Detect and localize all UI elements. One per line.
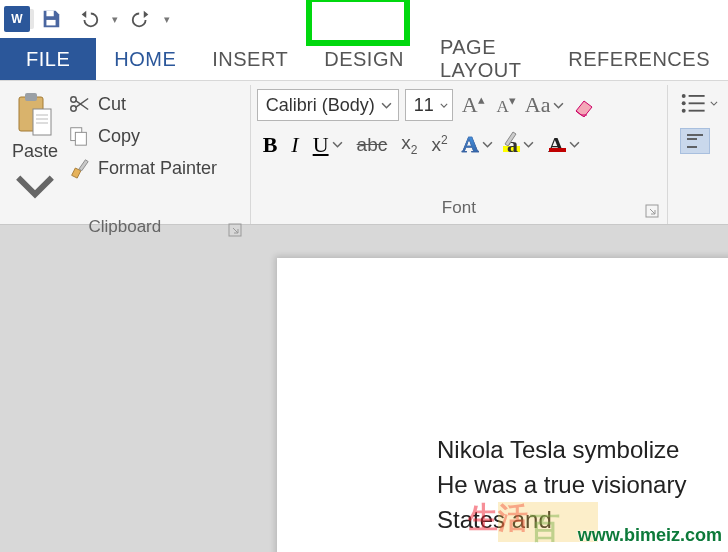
format-painter-label: Format Painter bbox=[98, 158, 217, 179]
qat-customize[interactable]: ▾ bbox=[162, 13, 172, 26]
copy-icon bbox=[68, 125, 90, 147]
cut-button[interactable]: Cut bbox=[68, 91, 217, 117]
qat-separator: ▾ bbox=[110, 13, 120, 26]
dialog-launcher-icon[interactable] bbox=[645, 204, 659, 218]
bold-button[interactable]: B bbox=[263, 132, 278, 158]
tab-page-layout[interactable]: PAGE LAYOUT bbox=[422, 38, 550, 80]
bullets-button[interactable] bbox=[680, 91, 718, 116]
font-color-icon: A bbox=[548, 132, 566, 158]
chevron-down-icon bbox=[440, 100, 448, 111]
chevron-down-icon bbox=[482, 139, 493, 150]
save-button[interactable] bbox=[34, 4, 68, 34]
scissors-icon bbox=[68, 93, 90, 115]
svg-rect-0 bbox=[46, 11, 53, 17]
eraser-icon bbox=[573, 93, 597, 117]
strikethrough-button[interactable]: abc bbox=[357, 134, 388, 156]
document-page[interactable]: Nikola Tesla symbolize He was a true vis… bbox=[277, 258, 728, 552]
save-icon bbox=[40, 8, 62, 30]
font-name-combo[interactable]: Calibri (Body) bbox=[257, 89, 399, 121]
svg-point-18 bbox=[682, 109, 686, 113]
copy-button[interactable]: Copy bbox=[68, 123, 217, 149]
italic-button[interactable]: I bbox=[291, 132, 298, 158]
clear-formatting-button[interactable] bbox=[570, 93, 600, 117]
group-paragraph bbox=[668, 85, 728, 224]
svg-point-14 bbox=[682, 94, 686, 98]
chevron-down-icon bbox=[523, 139, 534, 150]
group-font: Calibri (Body) 11 A▴ A▾ Aa bbox=[251, 85, 668, 224]
paste-label: Paste bbox=[12, 141, 58, 162]
format-painter-button[interactable]: Format Painter bbox=[68, 155, 217, 181]
redo-button[interactable] bbox=[124, 4, 158, 34]
svg-rect-3 bbox=[25, 93, 37, 101]
grow-font-icon: A▴ bbox=[462, 92, 485, 118]
tab-home[interactable]: HOME bbox=[96, 38, 194, 80]
align-left-button[interactable] bbox=[680, 128, 710, 154]
subscript-button[interactable]: x2 bbox=[401, 132, 417, 157]
tab-file[interactable]: FILE bbox=[0, 38, 96, 80]
ribbon-tabbar: FILE HOME INSERT DESIGN PAGE LAYOUT REFE… bbox=[0, 38, 728, 80]
quick-access-toolbar: W ▾ ▾ bbox=[0, 0, 728, 38]
highlight-color-button[interactable]: a bbox=[507, 132, 534, 158]
grow-font-button[interactable]: A▴ bbox=[459, 92, 488, 118]
text-effects-button[interactable]: A bbox=[462, 131, 493, 158]
undo-button[interactable] bbox=[72, 4, 106, 34]
tab-design[interactable]: DESIGN bbox=[306, 38, 422, 80]
copy-label: Copy bbox=[98, 126, 140, 147]
undo-icon bbox=[78, 8, 100, 30]
dialog-launcher-icon[interactable] bbox=[228, 223, 242, 237]
font-size-combo[interactable]: 11 bbox=[405, 89, 453, 121]
redo-icon bbox=[130, 8, 152, 30]
text-effects-icon: A bbox=[462, 131, 479, 158]
svg-point-8 bbox=[71, 97, 77, 103]
chevron-down-icon bbox=[381, 100, 392, 111]
word-logo-icon: W bbox=[4, 6, 30, 32]
font-color-button[interactable]: A bbox=[548, 132, 580, 158]
chevron-down-icon bbox=[710, 98, 718, 109]
chevron-down-icon bbox=[553, 100, 564, 111]
svg-point-9 bbox=[71, 106, 77, 112]
group-label-font: Font bbox=[257, 195, 661, 224]
chevron-down-icon bbox=[14, 162, 56, 210]
underline-icon: U bbox=[313, 132, 329, 158]
paintbrush-icon bbox=[68, 157, 90, 179]
highlight-icon: a bbox=[507, 132, 520, 158]
font-size-value: 11 bbox=[414, 95, 434, 116]
svg-point-16 bbox=[682, 101, 686, 105]
change-case-icon: Aa bbox=[525, 92, 551, 118]
paste-icon bbox=[14, 91, 56, 139]
font-name-value: Calibri (Body) bbox=[266, 95, 375, 116]
group-label-clipboard: Clipboard bbox=[6, 214, 244, 243]
cut-label: Cut bbox=[98, 94, 126, 115]
ribbon: Paste Cut Copy Format Painter Clipboa bbox=[0, 80, 728, 225]
bullets-icon bbox=[680, 91, 707, 116]
chevron-down-icon bbox=[569, 139, 580, 150]
svg-rect-11 bbox=[75, 132, 86, 145]
align-left-icon bbox=[686, 133, 704, 149]
svg-rect-1 bbox=[46, 20, 55, 25]
shrink-font-button[interactable]: A▾ bbox=[494, 93, 519, 117]
tab-insert[interactable]: INSERT bbox=[194, 38, 306, 80]
change-case-button[interactable]: Aa bbox=[525, 92, 565, 118]
document-body-text[interactable]: Nikola Tesla symbolize He was a true vis… bbox=[437, 433, 686, 537]
underline-button[interactable]: U bbox=[313, 132, 343, 158]
chevron-down-icon bbox=[332, 139, 343, 150]
svg-rect-4 bbox=[33, 109, 51, 135]
tab-references[interactable]: REFERENCES bbox=[550, 38, 728, 80]
paste-button[interactable]: Paste bbox=[6, 87, 64, 214]
superscript-button[interactable]: x2 bbox=[431, 133, 447, 156]
shrink-font-icon: A▾ bbox=[497, 93, 516, 117]
group-clipboard: Paste Cut Copy Format Painter Clipboa bbox=[0, 85, 251, 224]
